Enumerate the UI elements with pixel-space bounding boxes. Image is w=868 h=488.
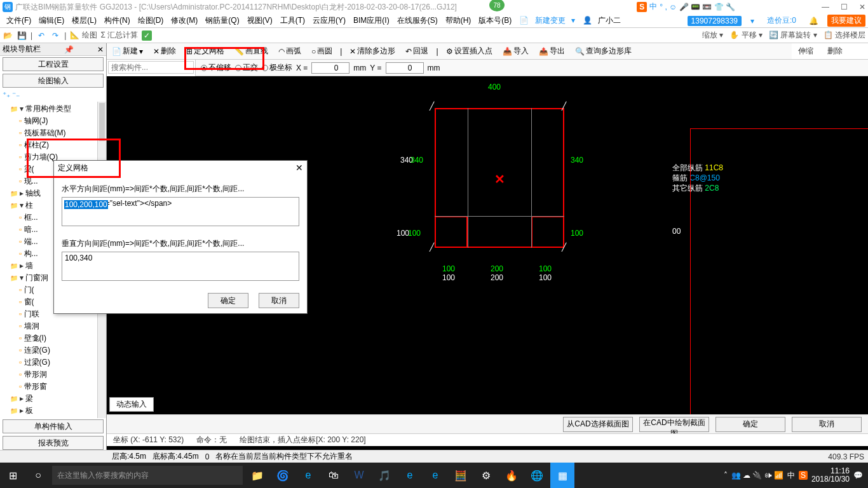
menu-draw[interactable]: 绘图(D) xyxy=(134,15,168,26)
tree-raft[interactable]: 筏板基础(M) xyxy=(1,127,105,139)
draw-mode[interactable]: 📐 绘图 xyxy=(70,30,97,41)
undo-icon[interactable]: ↶ xyxy=(36,30,46,41)
section-ok-btn[interactable]: 确定 xyxy=(715,417,785,432)
floor-select-btn[interactable]: 📋 选择楼层 xyxy=(824,30,865,41)
close-panel-icon[interactable]: ✕ xyxy=(97,45,104,54)
taskbar-clock[interactable]: 11:162018/10/30 xyxy=(811,467,850,484)
save-icon[interactable]: 💾 xyxy=(17,30,27,41)
draw-input-btn[interactable]: 绘图输入 xyxy=(3,74,104,88)
task-music-icon[interactable]: 🎵 xyxy=(372,463,397,488)
new-btn[interactable]: 📄 新建 ▾ xyxy=(109,44,146,58)
close-button[interactable]: ✕ xyxy=(859,3,865,11)
rotate-btn[interactable]: 🔄 屏幕旋转 ▾ xyxy=(769,30,817,41)
v-spacing-input[interactable]: 100,340 xyxy=(62,252,299,281)
zoom-btn[interactable]: 缩放 ▾ xyxy=(702,30,723,41)
dialog-cancel-btn[interactable]: 取消 xyxy=(259,293,299,308)
menu-rebar[interactable]: 钢筋量(Q) xyxy=(201,15,243,26)
draw-line-btn[interactable]: 📏 画直线 xyxy=(232,44,271,58)
task-store-icon[interactable]: 🛍 xyxy=(322,463,346,488)
task-gear-icon[interactable]: ⚙ xyxy=(474,463,498,488)
tree-common[interactable]: ▾ 常用构件类型 xyxy=(1,103,105,115)
windows-taskbar: ⊞ ○ 在这里输入你要搜索的内容 📁 🌀 e 🛍 W 🎵 e e 🧮 ⚙ 🔥 🌐… xyxy=(0,463,868,488)
delete-btn[interactable]: ✕ 删除 xyxy=(151,44,179,58)
undo-poly-btn[interactable]: ↶ 回退 xyxy=(403,44,431,58)
menu-edit[interactable]: 编辑(E) xyxy=(35,15,68,26)
drawing-toolbar: 📄 新建 ▾ ✕ 删除 ⊞ 定义网格 📏 画直线 ◠ 画弧 ○ 画圆| ✕ 清除… xyxy=(107,43,868,60)
task-word-icon[interactable]: W xyxy=(347,463,371,488)
project-settings-btn[interactable]: 工程设置 xyxy=(3,57,104,71)
maximize-button[interactable]: ☐ xyxy=(841,3,848,11)
polar-radio[interactable]: 极坐标 xyxy=(262,62,292,73)
search-component-input[interactable] xyxy=(108,61,194,74)
app-icon: 钢 xyxy=(3,2,13,12)
status-bar: 层高:4.5m 底标高:4.45m 0 名称在当前层当前构件类型下不允许重名 4… xyxy=(0,450,868,463)
cad-draw-btn[interactable]: 在CAD中绘制截面图 xyxy=(639,417,709,432)
v-spacing-label: 垂直方向间距(mm)=>间距*个数,间距,间距*个数,间距... xyxy=(62,238,299,249)
task-globe-icon[interactable]: 🌐 xyxy=(525,463,549,488)
dialog-ok-btn[interactable]: 确定 xyxy=(208,293,248,308)
stretch-btn[interactable]: 伸缩 xyxy=(793,44,818,58)
user-label: 广小二 xyxy=(594,16,625,25)
task-ie-icon[interactable]: e xyxy=(398,463,422,488)
cad-select-btn[interactable]: 从CAD选择截面图 xyxy=(563,417,633,432)
import-btn[interactable]: 📥 导入 xyxy=(500,44,531,58)
tree-column[interactable]: 框柱(Z) xyxy=(1,139,105,151)
taskbar-search[interactable]: 在这里输入你要搜索的内容 xyxy=(52,466,243,485)
query-btn[interactable]: 🔍 查询多边形库 xyxy=(573,44,634,58)
clear-poly-btn[interactable]: ✕ 清除多边形 xyxy=(347,44,398,58)
x-input[interactable] xyxy=(311,62,349,74)
phone-badge[interactable]: 13907298339 xyxy=(688,16,742,26)
task-calc-icon[interactable]: 🧮 xyxy=(449,463,473,488)
notification-icon[interactable]: 💬 xyxy=(853,471,863,480)
tray-up-icon[interactable]: ˄ xyxy=(724,471,728,480)
menu-view[interactable]: 视图(V) xyxy=(243,15,276,26)
menu-bar: 文件(F) 编辑(E) 楼层(L) 构件(N) 绘图(D) 修改(M) 钢筋量(… xyxy=(0,14,868,28)
task-edge-icon[interactable]: e xyxy=(296,463,320,488)
single-input-btn[interactable]: 单构件输入 xyxy=(3,419,104,433)
dynamic-input-btn[interactable]: 动态输入 xyxy=(109,397,154,412)
system-tray[interactable]: ˄ 👥 ☁ 🔌 🕪 📶 中 S 11:162018/10/30 💬 xyxy=(719,467,868,484)
menu-file[interactable]: 文件(F) xyxy=(3,15,35,26)
check-icon[interactable]: ✓ xyxy=(142,30,152,41)
no-offset-radio[interactable]: 不偏移 xyxy=(201,62,231,73)
task-ie2-icon[interactable]: e xyxy=(423,463,447,488)
task-folder-icon[interactable]: 📁 xyxy=(245,463,269,488)
redo-icon[interactable]: ↷ xyxy=(50,30,60,41)
y-input[interactable] xyxy=(386,62,424,74)
menu-online[interactable]: 在线服务(S) xyxy=(393,15,442,26)
open-icon[interactable]: 📂 xyxy=(3,30,13,41)
task-burn-icon[interactable]: 🔥 xyxy=(499,463,524,488)
ortho-radio[interactable]: 正交 xyxy=(235,62,258,73)
export-btn[interactable]: 📤 导出 xyxy=(536,44,567,58)
section-cancel-btn[interactable]: 取消 xyxy=(792,417,862,432)
delete-rp-btn[interactable]: 删除 xyxy=(822,44,848,58)
define-grid-btn[interactable]: ⊞ 定义网格 xyxy=(184,44,227,58)
task-app-icon[interactable]: ▦ xyxy=(550,463,574,488)
pin-icon[interactable]: 📌 xyxy=(64,45,74,54)
insert-point-marker: ✕ xyxy=(494,172,505,187)
task-spiral-icon[interactable]: 🌀 xyxy=(271,463,295,488)
tree-axis[interactable]: 轴网(J) xyxy=(1,115,105,127)
minimize-button[interactable]: — xyxy=(822,3,829,11)
report-preview-btn[interactable]: 报表预览 xyxy=(3,436,104,450)
draw-circle-btn[interactable]: ○ 画圆 xyxy=(309,44,335,58)
menu-floor[interactable]: 楼层(L) xyxy=(68,15,100,26)
new-change-btn[interactable]: 新建变更 xyxy=(531,16,569,25)
tree-icons[interactable]: ⁺₊ ⁻₋ xyxy=(0,89,106,102)
draw-arc-btn[interactable]: ◠ 画弧 xyxy=(276,44,304,58)
menu-version[interactable]: 版本号(B) xyxy=(475,15,515,26)
menu-modify[interactable]: 修改(M) xyxy=(167,15,201,26)
dialog-close-icon[interactable]: ✕ xyxy=(295,163,303,173)
pan-btn[interactable]: ✋ 平移 ▾ xyxy=(729,30,763,41)
menu-cloud[interactable]: 云应用(Y) xyxy=(309,15,349,26)
insert-point-btn[interactable]: ⚙ 设置插入点 xyxy=(444,44,495,58)
cortana-icon[interactable]: ○ xyxy=(25,463,51,488)
menu-help[interactable]: 帮助(H) xyxy=(442,15,475,26)
menu-component[interactable]: 构件(N) xyxy=(100,15,134,26)
suggest-button[interactable]: 我要建议 xyxy=(827,15,865,27)
sum-button[interactable]: Σ 汇总计算 xyxy=(101,30,139,41)
menu-bim[interactable]: BIM应用(I) xyxy=(349,15,393,26)
ime-widget[interactable]: S 中 ° , ☺ 🎤 📟 📼 👕 🔧 xyxy=(634,0,738,13)
menu-tools[interactable]: 工具(T) xyxy=(276,15,309,26)
start-button[interactable]: ⊞ xyxy=(0,463,25,488)
